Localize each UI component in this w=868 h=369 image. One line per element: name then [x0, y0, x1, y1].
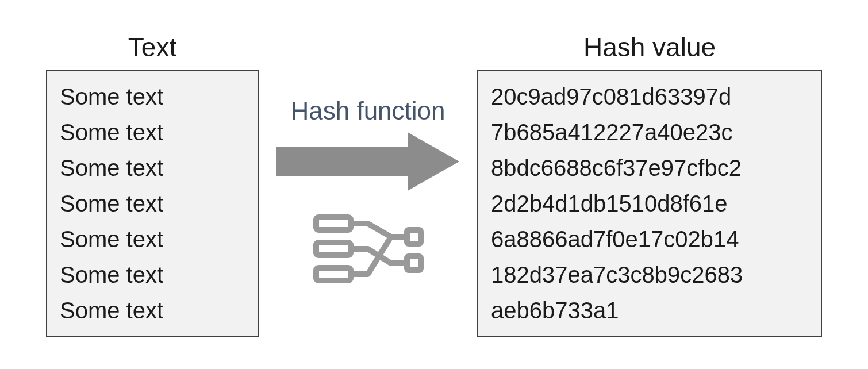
hash-line: 2d2b4d1db1510d8f61e	[491, 186, 808, 221]
hash-function-middle: Hash function	[276, 74, 460, 295]
output-hash-column: Hash value 20c9ad97c081d63397d 7b685a412…	[477, 32, 822, 337]
input-line: Some text	[60, 114, 245, 150]
arrow-icon	[276, 130, 460, 195]
input-text-column: Text Some text Some text Some text Some …	[46, 32, 259, 337]
hash-line: 6a8866ad7f0e17c02b14	[491, 221, 808, 257]
svg-rect-1	[316, 217, 351, 230]
diagram-container: Text Some text Some text Some text Some …	[0, 0, 868, 369]
hash-line: aeb6b733a1	[491, 293, 808, 328]
hash-network-icon	[310, 207, 425, 295]
input-line: Some text	[60, 150, 245, 186]
input-heading: Text	[128, 32, 176, 63]
hash-line: 182d37ea7c3c8b9c2683	[491, 257, 808, 293]
output-hash-box: 20c9ad97c081d63397d 7b685a412227a40e23c …	[477, 70, 822, 337]
input-text-box: Some text Some text Some text Some text …	[46, 70, 259, 337]
hash-line: 20c9ad97c081d63397d	[491, 79, 808, 114]
input-line: Some text	[60, 257, 245, 293]
input-line: Some text	[60, 293, 245, 328]
svg-rect-2	[316, 243, 351, 255]
input-line: Some text	[60, 186, 245, 221]
hash-function-label: Hash function	[290, 97, 445, 125]
hash-line: 8bdc6688c6f37e97cfbc2	[491, 150, 808, 186]
hash-line: 7b685a412227a40e23c	[491, 114, 808, 150]
svg-marker-0	[276, 133, 459, 190]
svg-rect-3	[316, 268, 351, 280]
output-heading: Hash value	[583, 32, 716, 63]
input-line: Some text	[60, 221, 245, 257]
input-line: Some text	[60, 79, 245, 114]
